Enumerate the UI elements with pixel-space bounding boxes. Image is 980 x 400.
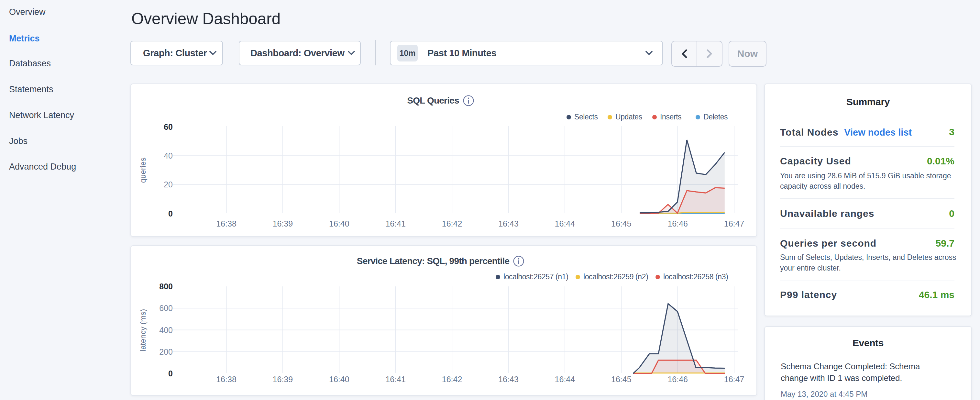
svg-text:16:40: 16:40 [329,219,349,228]
svg-text:800: 800 [159,282,173,291]
svg-text:16:38: 16:38 [216,375,237,384]
svg-text:16:45: 16:45 [611,219,632,228]
svg-text:16:38: 16:38 [216,219,237,228]
svg-text:16:44: 16:44 [555,219,575,228]
svg-text:16:44: 16:44 [555,375,575,384]
svg-text:16:47: 16:47 [724,375,745,384]
svg-text:16:41: 16:41 [385,219,406,228]
svg-text:40: 40 [164,151,173,160]
svg-text:queries: queries [138,158,147,183]
svg-text:400: 400 [159,325,173,335]
svg-text:16:47: 16:47 [724,219,745,228]
svg-text:16:46: 16:46 [667,375,688,384]
svg-text:20: 20 [164,180,173,189]
svg-text:16:40: 16:40 [329,375,349,384]
svg-text:0: 0 [168,369,173,378]
svg-text:600: 600 [159,304,173,312]
svg-text:16:42: 16:42 [442,375,462,384]
svg-text:200: 200 [159,347,173,356]
svg-text:16:45: 16:45 [611,375,632,384]
svg-text:16:39: 16:39 [273,219,293,228]
svg-text:latency (ms): latency (ms) [138,309,147,351]
svg-text:60: 60 [164,122,173,131]
svg-text:16:39: 16:39 [273,375,293,384]
svg-text:16:42: 16:42 [442,219,462,228]
svg-text:0: 0 [168,209,173,218]
svg-text:16:46: 16:46 [667,219,688,228]
svg-text:16:41: 16:41 [385,375,406,384]
svg-text:16:43: 16:43 [498,219,519,228]
svg-text:16:43: 16:43 [498,375,519,384]
